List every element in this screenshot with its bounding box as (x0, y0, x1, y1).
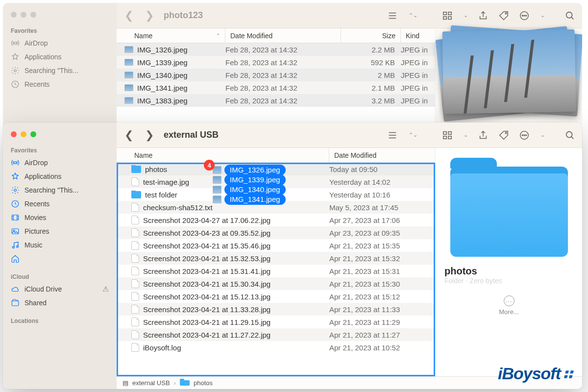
sidebar-item[interactable]: Applications (3, 50, 117, 64)
table-row[interactable]: IMG_1383.jpegFeb 28, 2023 at 14:323.2 MB… (117, 94, 435, 107)
file-name: checksum-sha512.txt (143, 203, 213, 212)
file-icon (131, 216, 139, 224)
file-name: Screenshot 2023-04-27 at 17.06.22.jpg (143, 216, 270, 224)
svg-rect-6 (448, 16, 451, 19)
window-controls[interactable] (3, 7, 117, 24)
column-headers[interactable]: Name Date Modified (117, 148, 435, 163)
file-date: Apr 21, 2023 at 15:31 (329, 267, 435, 275)
file-icon (131, 254, 139, 263)
minimize-button[interactable] (21, 12, 26, 18)
svg-point-12 (566, 12, 572, 18)
file-name: IMG_1340.jpeg (137, 71, 188, 79)
warning-icon: ⚠︎ (102, 285, 109, 294)
svg-rect-24 (443, 136, 446, 139)
svg-point-31 (566, 131, 572, 137)
table-row[interactable]: Screenshot 2023-04-21 at 15.35.46.jpgApr… (117, 239, 435, 252)
window-controls[interactable] (3, 126, 117, 144)
sidebar-item-label: Recents (24, 80, 49, 88)
search-icon[interactable] (564, 10, 575, 21)
file-name: Screenshot 2023-04-21 at 11.33.28.jpg (143, 305, 270, 314)
file-size: 2 MB (341, 71, 401, 79)
sidebar-item[interactable]: Music (3, 238, 117, 252)
file-size: 3.2 MB (341, 97, 401, 105)
table-row[interactable]: Screenshot 2023-04-27 at 17.06.22.jpgApr… (117, 214, 435, 226)
minimize-button[interactable] (21, 131, 26, 137)
sidebar-item-label: Shared (24, 299, 47, 307)
tag-icon[interactable] (498, 130, 509, 141)
forward-button[interactable]: ❯ (144, 130, 155, 141)
sidebar-item[interactable]: Searching "This... (3, 183, 117, 197)
table-row[interactable]: Screenshot 2023-04-21 at 11.33.28.jpgApr… (117, 303, 435, 316)
sidebar-item[interactable]: iCloud Drive⚠︎ (3, 282, 117, 296)
path-separator-icon: › (174, 379, 176, 387)
sidebar-item[interactable]: AirDrop (3, 36, 117, 50)
table-row[interactable]: Screenshot 2023-04-21 at 15.30.34.jpgApr… (117, 277, 435, 290)
file-name: test folder (145, 191, 177, 199)
forward-button[interactable]: ❯ (144, 10, 155, 21)
sidebar-section-favorites: Favorites (3, 24, 117, 36)
back-button[interactable]: ❮ (123, 10, 134, 21)
action-icon[interactable] (519, 130, 530, 141)
sidebar-item-label: Applications (24, 172, 62, 180)
table-row[interactable]: Screenshot 2023-04-21 at 15.12.13.jpgApr… (117, 290, 435, 303)
table-row[interactable]: Screenshot 2023-04-23 at 09.35.52.jpgApr… (117, 226, 435, 239)
gear-icon (11, 66, 20, 75)
sidebar-item[interactable]: Shared (3, 296, 117, 310)
zoom-button[interactable] (30, 131, 36, 137)
col-date-label: Date Modified (230, 32, 272, 40)
view-list-icon[interactable] (387, 10, 398, 21)
sidebar-item-label: AirDrop (24, 39, 48, 47)
path-child[interactable]: photos (194, 379, 213, 387)
file-name: Screenshot 2023-04-21 at 11.29.15.jpg (143, 318, 270, 326)
share-icon[interactable] (478, 10, 489, 21)
file-date: Feb 28, 2023 at 14:32 (225, 46, 341, 54)
sidebar-item[interactable]: Movies (3, 211, 117, 224)
tag-icon[interactable] (498, 10, 509, 21)
sidebar-item[interactable] (3, 252, 117, 266)
table-row[interactable]: Screenshot 2023-04-21 at 11.29.15.jpgApr… (117, 316, 435, 328)
svg-point-1 (14, 70, 17, 72)
file-name: Screenshot 2023-04-21 at 15.12.13.jpg (143, 293, 270, 301)
preview-pane: photos Folder · Zero bytes ··· More... (435, 148, 582, 376)
svg-point-9 (522, 15, 523, 16)
close-button[interactable] (11, 12, 17, 18)
group-icon[interactable] (442, 10, 453, 21)
sidebar-item[interactable]: Pictures (3, 224, 117, 238)
table-row[interactable]: IMG_1340.jpegFeb 28, 2023 at 14:322 MBJP… (117, 69, 435, 81)
table-row[interactable]: IMG_1341.jpegFeb 28, 2023 at 14:322.1 MB… (117, 81, 435, 94)
share-icon[interactable] (478, 130, 489, 141)
group-icon[interactable] (442, 130, 453, 141)
table-row[interactable]: IMG_1339.jpegFeb 28, 2023 at 14:32592 KB… (117, 56, 435, 69)
view-list-icon[interactable] (387, 130, 398, 141)
sidebar-item[interactable]: Applications (3, 170, 117, 183)
search-icon[interactable] (564, 130, 575, 141)
back-button[interactable]: ❮ (123, 130, 134, 141)
thumbnail-icon (213, 176, 221, 184)
zoom-button[interactable] (30, 12, 36, 18)
file-name: IMG_1326.jpeg (137, 46, 188, 54)
col-kind-label: Kind (406, 32, 419, 40)
svg-point-20 (17, 245, 19, 247)
chevron-updown-icon[interactable]: ⌃⌄ (409, 12, 417, 19)
sidebar-item[interactable]: Recents (3, 197, 117, 211)
close-button[interactable] (11, 131, 17, 137)
table-row[interactable]: iBoysoft.logApr 21, 2023 at 10:52 (117, 341, 435, 354)
drag-ghost-label: IMG_1340.jpeg (224, 184, 286, 195)
table-row[interactable]: Screenshot 2023-04-21 at 11.27.22.jpgApr… (117, 328, 435, 341)
preview-item-sub: Folder · Zero bytes (441, 277, 502, 285)
file-icon (131, 267, 139, 275)
sidebar-item[interactable]: AirDrop (3, 156, 117, 170)
column-headers[interactable]: Name⌃ Date Modified Size Kind (117, 28, 435, 43)
drag-ghost-label: IMG_1326.jpeg (224, 165, 286, 175)
table-row[interactable]: Screenshot 2023-04-21 at 15.31.41.jpgApr… (117, 265, 435, 277)
table-row[interactable]: IMG_1326.jpegFeb 28, 2023 at 14:322.2 MB… (117, 43, 435, 56)
action-icon[interactable] (519, 10, 530, 21)
sidebar-item[interactable]: Recents (3, 77, 117, 91)
window-title: external USB (164, 130, 219, 140)
table-row[interactable]: Screenshot 2023-04-21 at 15.32.53.jpgApr… (117, 252, 435, 265)
path-root[interactable]: external USB (132, 379, 170, 387)
sidebar-item[interactable]: Searching "This... (3, 64, 117, 77)
thumbnail-icon (124, 46, 133, 53)
chevron-updown-icon[interactable]: ⌃⌄ (409, 132, 417, 138)
preview-more[interactable]: ··· More... (499, 295, 518, 316)
